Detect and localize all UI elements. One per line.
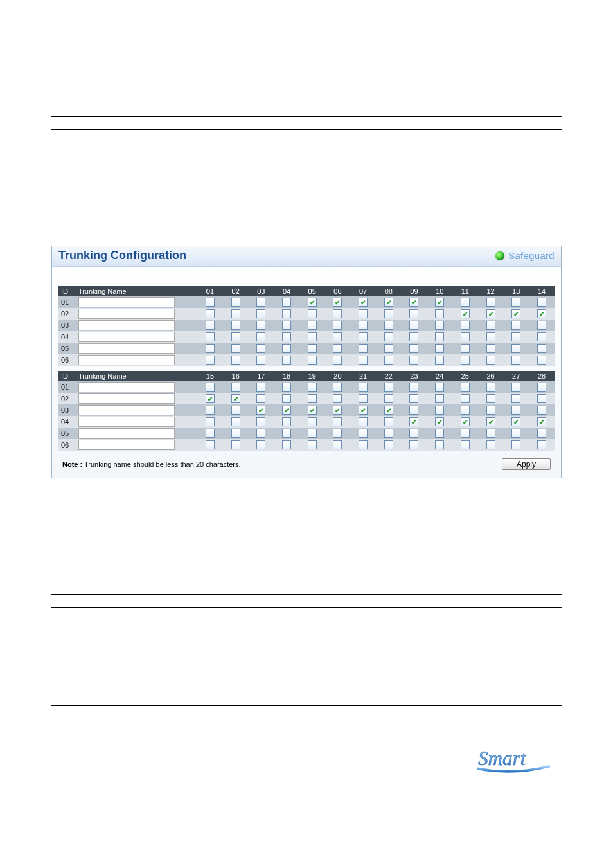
port-checkbox[interactable] xyxy=(537,344,546,353)
port-checkbox[interactable] xyxy=(333,406,342,415)
port-checkbox[interactable] xyxy=(409,356,418,365)
port-checkbox[interactable] xyxy=(231,356,240,365)
port-checkbox[interactable] xyxy=(537,440,546,449)
port-checkbox[interactable] xyxy=(333,429,342,438)
port-checkbox[interactable] xyxy=(511,417,520,426)
port-checkbox[interactable] xyxy=(435,321,444,330)
port-checkbox[interactable] xyxy=(359,309,368,318)
port-checkbox[interactable] xyxy=(359,298,368,307)
port-checkbox[interactable] xyxy=(231,321,240,330)
port-checkbox[interactable] xyxy=(384,394,393,403)
port-checkbox[interactable] xyxy=(282,429,291,438)
port-checkbox[interactable] xyxy=(282,440,291,449)
port-checkbox[interactable] xyxy=(308,440,317,449)
port-checkbox[interactable] xyxy=(409,344,418,353)
port-checkbox[interactable] xyxy=(384,309,393,318)
port-checkbox[interactable] xyxy=(206,383,215,392)
port-checkbox[interactable] xyxy=(486,321,495,330)
port-checkbox[interactable] xyxy=(537,406,546,415)
port-checkbox[interactable] xyxy=(282,406,291,415)
port-checkbox[interactable] xyxy=(461,440,470,449)
port-checkbox[interactable] xyxy=(231,332,240,341)
port-checkbox[interactable] xyxy=(486,417,495,426)
port-checkbox[interactable] xyxy=(384,417,393,426)
port-checkbox[interactable] xyxy=(435,383,444,392)
port-checkbox[interactable] xyxy=(435,332,444,341)
port-checkbox[interactable] xyxy=(537,321,546,330)
port-checkbox[interactable] xyxy=(333,356,342,365)
port-checkbox[interactable] xyxy=(537,417,546,426)
port-checkbox[interactable] xyxy=(409,321,418,330)
port-checkbox[interactable] xyxy=(333,332,342,341)
port-checkbox[interactable] xyxy=(461,309,470,318)
port-checkbox[interactable] xyxy=(486,309,495,318)
port-checkbox[interactable] xyxy=(511,356,520,365)
port-checkbox[interactable] xyxy=(511,344,520,353)
port-checkbox[interactable] xyxy=(384,321,393,330)
trunking-name-input[interactable] xyxy=(78,428,175,439)
port-checkbox[interactable] xyxy=(435,406,444,415)
port-checkbox[interactable] xyxy=(409,394,418,403)
port-checkbox[interactable] xyxy=(256,298,265,307)
port-checkbox[interactable] xyxy=(537,332,546,341)
port-checkbox[interactable] xyxy=(384,406,393,415)
port-checkbox[interactable] xyxy=(486,383,495,392)
port-checkbox[interactable] xyxy=(282,332,291,341)
port-checkbox[interactable] xyxy=(486,298,495,307)
port-checkbox[interactable] xyxy=(206,309,215,318)
port-checkbox[interactable] xyxy=(537,356,546,365)
port-checkbox[interactable] xyxy=(308,429,317,438)
port-checkbox[interactable] xyxy=(486,406,495,415)
port-checkbox[interactable] xyxy=(409,298,418,307)
port-checkbox[interactable] xyxy=(333,417,342,426)
port-checkbox[interactable] xyxy=(359,344,368,353)
port-checkbox[interactable] xyxy=(282,394,291,403)
port-checkbox[interactable] xyxy=(308,344,317,353)
port-checkbox[interactable] xyxy=(308,417,317,426)
port-checkbox[interactable] xyxy=(282,298,291,307)
port-checkbox[interactable] xyxy=(486,440,495,449)
port-checkbox[interactable] xyxy=(256,383,265,392)
port-checkbox[interactable] xyxy=(308,321,317,330)
port-checkbox[interactable] xyxy=(282,417,291,426)
port-checkbox[interactable] xyxy=(282,344,291,353)
port-checkbox[interactable] xyxy=(461,429,470,438)
port-checkbox[interactable] xyxy=(511,332,520,341)
trunking-name-input[interactable] xyxy=(78,417,175,427)
port-checkbox[interactable] xyxy=(537,309,546,318)
trunking-name-input[interactable] xyxy=(78,440,175,450)
port-checkbox[interactable] xyxy=(359,383,368,392)
port-checkbox[interactable] xyxy=(231,309,240,318)
port-checkbox[interactable] xyxy=(206,394,215,403)
port-checkbox[interactable] xyxy=(384,429,393,438)
port-checkbox[interactable] xyxy=(206,344,215,353)
port-checkbox[interactable] xyxy=(435,344,444,353)
port-checkbox[interactable] xyxy=(231,440,240,449)
port-checkbox[interactable] xyxy=(409,309,418,318)
port-checkbox[interactable] xyxy=(537,383,546,392)
port-checkbox[interactable] xyxy=(435,309,444,318)
port-checkbox[interactable] xyxy=(256,406,265,415)
port-checkbox[interactable] xyxy=(308,332,317,341)
trunking-name-input[interactable] xyxy=(78,355,175,365)
port-checkbox[interactable] xyxy=(256,309,265,318)
port-checkbox[interactable] xyxy=(359,332,368,341)
port-checkbox[interactable] xyxy=(282,356,291,365)
trunking-name-input[interactable] xyxy=(78,343,175,354)
port-checkbox[interactable] xyxy=(359,417,368,426)
port-checkbox[interactable] xyxy=(282,321,291,330)
port-checkbox[interactable] xyxy=(511,429,520,438)
port-checkbox[interactable] xyxy=(435,356,444,365)
port-checkbox[interactable] xyxy=(461,406,470,415)
port-checkbox[interactable] xyxy=(461,356,470,365)
port-checkbox[interactable] xyxy=(308,309,317,318)
port-checkbox[interactable] xyxy=(206,429,215,438)
port-checkbox[interactable] xyxy=(231,417,240,426)
port-checkbox[interactable] xyxy=(511,440,520,449)
port-checkbox[interactable] xyxy=(256,321,265,330)
port-checkbox[interactable] xyxy=(206,406,215,415)
port-checkbox[interactable] xyxy=(537,394,546,403)
port-checkbox[interactable] xyxy=(409,406,418,415)
port-checkbox[interactable] xyxy=(206,440,215,449)
port-checkbox[interactable] xyxy=(461,321,470,330)
